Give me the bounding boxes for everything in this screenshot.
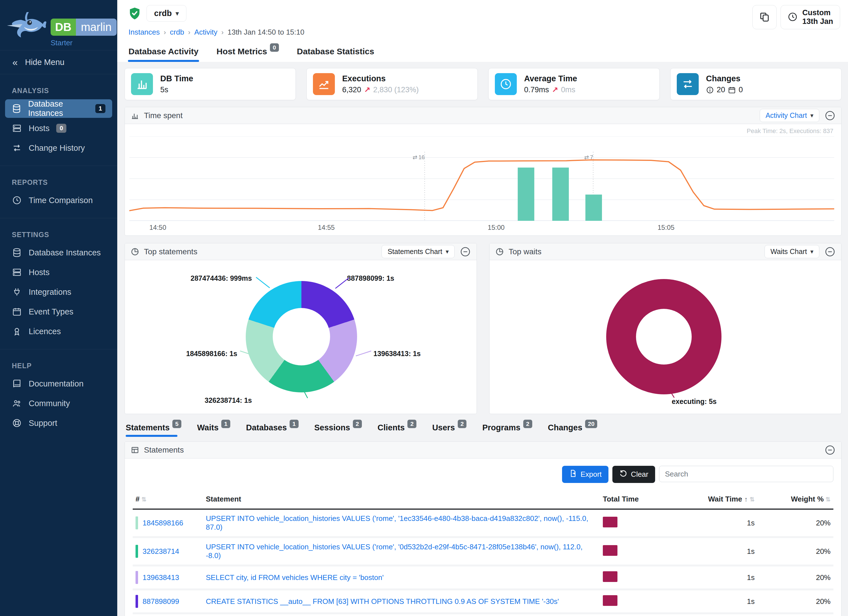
detail-tab-waits[interactable]: Waits1	[197, 423, 230, 437]
sidebar-item-community[interactable]: Community	[5, 394, 112, 413]
statement-id-link[interactable]: 326238714	[142, 547, 179, 556]
weight-value: 20%	[758, 509, 833, 537]
export-button[interactable]: Export	[562, 466, 608, 483]
chevron-down-icon: ▾	[810, 248, 814, 255]
sidebar-nav: ANALYSISDatabase Instances1Hosts0Change …	[0, 74, 117, 441]
database-icon	[12, 104, 21, 114]
sidebar-section-help: HELPDocumentationCommunitySupport	[0, 349, 117, 441]
tab-database-activity[interactable]: Database Activity	[128, 42, 199, 62]
detail-tab-users[interactable]: Users2	[432, 423, 467, 437]
sidebar-item-label: Integrations	[29, 288, 71, 297]
sidebar-item-database-instances[interactable]: Database Instances1	[5, 99, 112, 118]
weight-value: 20%	[758, 613, 833, 616]
collapse-panel-icon[interactable]	[824, 110, 836, 121]
statement-id-link[interactable]: 1845898166	[142, 519, 183, 527]
statement-color-tick	[135, 545, 138, 558]
col-weight[interactable]: Weight %⇅	[758, 491, 833, 509]
x-axis: 14:5014:5515:0015:05	[129, 221, 835, 235]
statement-text-link[interactable]: UPSERT INTO vehicle_location_histories V…	[206, 514, 588, 531]
detail-tab-programs[interactable]: Programs2	[482, 423, 532, 437]
kpi-delta: 2,830 (123%)	[373, 86, 419, 94]
certificate-icon	[12, 326, 22, 336]
pie-chart-icon	[495, 247, 504, 256]
search-input[interactable]	[659, 466, 833, 482]
trend-up-icon: ↗	[364, 86, 371, 95]
collapse-panel-icon[interactable]	[460, 246, 471, 257]
slice-label: 326238714: 1s	[205, 396, 252, 404]
sidebar-item-label: Hosts	[29, 124, 49, 133]
sidebar-item-time-comparison[interactable]: Time Comparison	[5, 191, 112, 209]
donut-hole	[273, 308, 330, 365]
instance-selector[interactable]: crdb ▾	[147, 5, 187, 22]
collapse-panel-icon[interactable]	[824, 246, 836, 257]
chevron-down-icon: ▾	[446, 248, 449, 255]
sort-asc-icon: ↑	[744, 495, 748, 503]
table-row: 287474436UPSERT INTO vehicle_location_hi…	[133, 613, 833, 616]
sidebar-item-database-instances[interactable]: Database Instances	[5, 243, 112, 262]
peak-annotation: Peak Time: 2s, Executions: 837	[747, 128, 833, 135]
info-icon	[706, 86, 714, 94]
statement-text-link[interactable]: SELECT city, id FROM vehicles WHERE city…	[206, 573, 384, 582]
detail-tab-changes[interactable]: Changes20	[548, 423, 597, 437]
kpi-value: 0.79ms	[524, 86, 549, 94]
health-shield-icon	[128, 7, 141, 20]
change-marker[interactable]: ⇄7	[584, 154, 593, 160]
statement-id-link[interactable]: 139638413	[142, 573, 179, 582]
line-chart-icon	[313, 73, 335, 95]
copy-link-button[interactable]	[752, 5, 777, 29]
activity-chart-menu[interactable]: Activity Chart▾	[760, 109, 819, 122]
panel-title: Top statements	[144, 247, 197, 256]
breadcrumb-link-instances[interactable]: Instances	[129, 28, 160, 37]
clear-button[interactable]: Clear	[612, 466, 655, 483]
tab-database-statistics[interactable]: Database Statistics	[297, 42, 375, 62]
tab-host-metrics[interactable]: Host Metrics0	[216, 42, 279, 62]
col-wait-time[interactable]: Wait Time↑⇅	[665, 491, 758, 509]
statement-text-link[interactable]: UPSERT INTO vehicle_location_histories V…	[206, 543, 583, 560]
detail-tab-clients[interactable]: Clients2	[378, 423, 417, 437]
statements-chart-menu[interactable]: Statements Chart▾	[381, 245, 455, 258]
sidebar-item-label: Event Types	[29, 307, 73, 316]
sidebar-item-integrations[interactable]: Integrations	[5, 283, 112, 301]
sidebar-item-label: Hosts	[29, 268, 49, 277]
detail-tab-statements[interactable]: Statements5	[126, 423, 181, 437]
sort-icon: ⇅	[141, 496, 146, 503]
sidebar-item-documentation[interactable]: Documentation	[5, 374, 112, 393]
count-badge: 2	[353, 420, 362, 428]
hide-menu-button[interactable]: « Hide Menu	[0, 50, 117, 74]
sidebar-item-hosts[interactable]: Hosts	[5, 263, 112, 282]
statement-text-link[interactable]: CREATE STATISTICS __auto__ FROM [63] WIT…	[206, 597, 559, 606]
sidebar-item-event-types[interactable]: Event Types	[5, 302, 112, 321]
table-row: 139638413SELECT city, id FROM vehicles W…	[133, 566, 833, 589]
col-total-time[interactable]: Total Time	[600, 491, 665, 509]
col-statement[interactable]: Statement	[203, 491, 600, 509]
statement-id-link[interactable]: 887898099	[142, 597, 179, 606]
total-time-bar	[603, 595, 617, 606]
waits-chart-menu[interactable]: Waits Chart▾	[765, 245, 819, 258]
swap-icon: ⇄	[412, 154, 417, 160]
detail-tab-databases[interactable]: Databases1	[246, 423, 299, 437]
sidebar-item-label: Database Instances	[28, 99, 89, 118]
time-range-button[interactable]: Custom 13th Jan	[781, 5, 840, 29]
col-id[interactable]: #⇅	[133, 491, 203, 509]
sidebar-item-change-history[interactable]: Change History	[5, 139, 112, 157]
collapse-panel-icon[interactable]	[824, 444, 836, 456]
sidebar-item-support[interactable]: Support	[5, 414, 112, 432]
panel-title: Top waits	[509, 247, 541, 256]
wait-time-value: 999ms	[665, 613, 758, 616]
count-badge: 2	[458, 420, 467, 428]
count-badge: 0	[56, 124, 66, 133]
breadcrumb-link-activity[interactable]: Activity	[194, 28, 217, 37]
sidebar-item-hosts[interactable]: Hosts0	[5, 119, 112, 138]
kpi-card-executions: Executions6,320↗2,830 (123%)	[307, 68, 478, 100]
top-waits-panel: Top waits Waits Chart▾ executing: 5s	[489, 243, 842, 414]
sidebar-item-licences[interactable]: Licences	[5, 322, 112, 341]
statement-color-tick	[135, 517, 138, 529]
breadcrumb-link-crdb[interactable]: crdb	[170, 28, 184, 37]
sidebar-section-reports: REPORTSTime Comparison	[0, 166, 117, 218]
change-marker[interactable]: ⇄16	[412, 154, 425, 160]
swap-icon	[677, 73, 699, 95]
topbar: crdb ▾ Instances› crdb› Activity› 13th J…	[117, 0, 848, 40]
table-row: 887898099CREATE STATISTICS __auto__ FROM…	[133, 589, 833, 613]
detail-tab-sessions[interactable]: Sessions2	[314, 423, 362, 437]
wait-time-value: 1s	[665, 537, 758, 566]
